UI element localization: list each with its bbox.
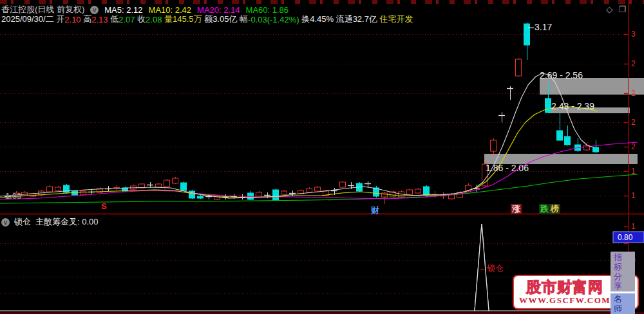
info-bar: 2025/09/30/二 开2.10 高2.13 低2.07 收2.08 量14… <box>1 14 413 25</box>
svg-text:1: 1 <box>631 191 636 200</box>
chart-canvas[interactable]: 322221110←锁仓0.803.172.69 - 2.562.43 - 2.… <box>0 0 644 314</box>
watermark: 股市财富网 WWW.GSCFW.COM 指标分享 名师课程 <box>513 275 639 309</box>
info-segment: 2025/09/30/二 <box>1 14 56 25</box>
chevron-down-icon[interactable]: v <box>90 6 99 14</box>
sub-indicator-header: v 锁仓 主散筹金叉: 0.00 <box>1 216 99 228</box>
info-segment: 2.13 <box>91 15 110 24</box>
watermark-badges: 指标分享 名师课程 <box>611 252 635 314</box>
info-segment: 量 <box>164 14 173 25</box>
info-segment: 2.07 <box>118 15 137 24</box>
info-segment: 流通32.7亿 <box>336 14 380 25</box>
info-segment: -0.03(-1.42%) <box>248 15 301 24</box>
svg-text:2: 2 <box>631 118 636 127</box>
svg-text:涨: 涨 <box>512 204 521 214</box>
info-segment: 换4.45% <box>301 14 336 25</box>
svg-text:财: 财 <box>370 205 379 215</box>
info-segment: 住宅开发 <box>380 14 413 25</box>
svg-text:1.86 - 2.06: 1.86 - 2.06 <box>486 163 529 173</box>
info-segment: 低 <box>110 14 118 25</box>
window-controls: ◇ ❐ <box>606 5 626 14</box>
info-segment: 幅 <box>240 14 248 25</box>
svg-text:1.63: 1.63 <box>5 191 21 201</box>
watermark-url: WWW.GSCFW.COM <box>519 295 611 306</box>
svg-text:1: 1 <box>631 222 636 231</box>
chevron-down-icon[interactable]: v <box>1 218 10 226</box>
indicator-name: 锁仓 <box>14 216 31 228</box>
info-segment: 2.08 <box>146 15 164 24</box>
panel-layout-icon[interactable]: ❐ <box>618 5 626 14</box>
svg-text:2: 2 <box>631 142 636 151</box>
svg-text:3: 3 <box>631 30 636 39</box>
info-segment: 开 <box>56 14 64 25</box>
candles-layer <box>5 23 599 204</box>
svg-text:跌: 跌 <box>540 204 549 214</box>
badge-indicator-share: 指标分享 <box>611 252 635 291</box>
svg-text:2.43 - 2.39: 2.43 - 2.39 <box>551 101 594 111</box>
info-segment: 收 <box>137 14 146 25</box>
diamond-icon[interactable]: ◇ <box>606 5 612 14</box>
info-segment: 145.5万 <box>173 14 204 25</box>
svg-text:2: 2 <box>631 59 636 68</box>
info-segment: 高 <box>83 14 91 25</box>
svg-text:3.17: 3.17 <box>535 22 552 32</box>
svg-text:0.80: 0.80 <box>618 233 633 242</box>
watermark-title: 股市财富网 <box>526 279 603 295</box>
svg-text:2.69 - 2.56: 2.69 - 2.56 <box>540 70 583 80</box>
spike-annotation: ←锁仓 <box>479 264 504 273</box>
info-segment: 额3.05亿 <box>204 14 240 25</box>
watermark-texts: 股市财富网 WWW.GSCFW.COM <box>519 279 611 306</box>
trading-app-window: 322221110←锁仓0.803.172.69 - 2.562.43 - 2.… <box>0 0 644 314</box>
badge-teacher-course: 名师课程 <box>611 293 635 314</box>
svg-text:S: S <box>101 201 107 211</box>
indicator-status: 主散筹金叉: 0.00 <box>35 216 99 228</box>
value-badge: 0.80 <box>613 232 644 243</box>
svg-text:2: 2 <box>631 89 636 98</box>
svg-text:榜: 榜 <box>550 204 559 214</box>
info-segment: 2.10 <box>64 15 83 24</box>
